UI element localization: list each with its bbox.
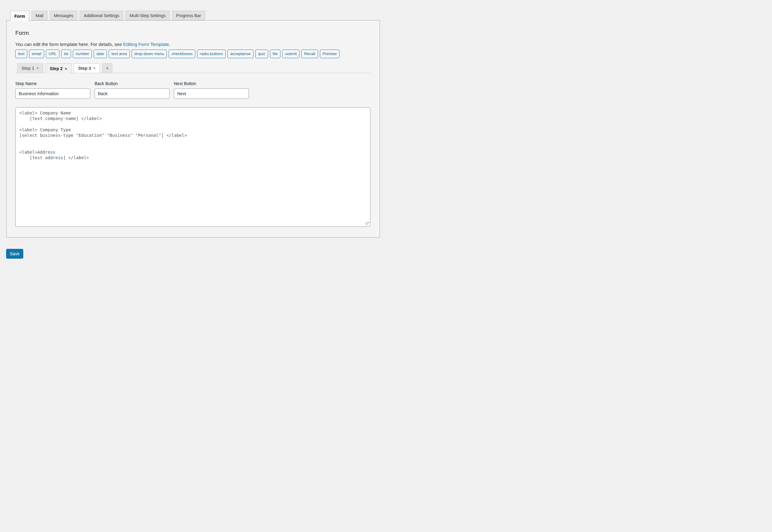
form-template-container: <label> Company Name [text company-name]… <box>15 107 370 227</box>
tag-button-drop-down-menu[interactable]: drop-down menu <box>132 50 167 58</box>
step-3-close-icon[interactable]: × <box>93 66 96 70</box>
tag-button-date[interactable]: date <box>94 50 107 58</box>
step-settings-row: Step Name Back Button Next Button <box>15 81 370 99</box>
tag-button-submit[interactable]: submit <box>282 50 299 58</box>
tag-button-email[interactable]: email <box>29 50 44 58</box>
tab-multi-step-settings[interactable]: Multi-Step Settings <box>126 11 170 20</box>
step-tab-bar: Step 1 × Step 2 × Step 3 × + <box>15 62 370 73</box>
textarea-resize-handle-icon[interactable] <box>365 222 369 226</box>
tag-button-text-area[interactable]: text area <box>109 50 130 58</box>
multistep-form-editor-screen: Form Mail Messages Additional Settings M… <box>0 11 386 266</box>
panel-title: Form <box>15 30 370 37</box>
step-tab-2[interactable]: Step 2 × <box>46 63 72 74</box>
step-2-close-icon[interactable]: × <box>65 66 67 71</box>
tag-button-url[interactable]: URL <box>46 50 59 58</box>
next-button-label: Next Button <box>174 81 249 86</box>
step-name-label: Step Name <box>15 81 90 86</box>
editing-form-template-link[interactable]: Editing Form Template <box>123 42 169 47</box>
panel-description: You can edit the form template here. For… <box>15 42 370 47</box>
tag-button-checkboxes[interactable]: checkboxes <box>169 50 195 58</box>
editor-tab-bar: Form Mail Messages Additional Settings M… <box>6 11 386 20</box>
step-tab-2-label: Step 2 <box>50 66 63 71</box>
step-tab-1-label: Step 1 <box>21 66 34 71</box>
save-button[interactable]: Save <box>6 249 23 259</box>
tag-button-recall[interactable]: Recall <box>301 50 318 58</box>
next-button-field-group: Next Button <box>174 81 249 99</box>
tab-messages[interactable]: Messages <box>50 11 77 20</box>
tag-button-tel[interactable]: tel <box>61 50 71 58</box>
form-panel: Form You can edit the form template here… <box>6 20 380 238</box>
tab-mail[interactable]: Mail <box>32 11 47 20</box>
form-template-editor[interactable]: <label> Company Name [text company-name]… <box>15 107 370 227</box>
tab-additional-settings[interactable]: Additional Settings <box>80 11 123 20</box>
tab-progress-bar[interactable]: Progress Bar <box>172 11 205 20</box>
step-tab-3-label: Step 3 <box>78 66 91 71</box>
back-button-input[interactable] <box>95 88 170 99</box>
description-period: . <box>169 42 170 47</box>
tag-button-radio-buttons[interactable]: radio buttons <box>197 50 226 58</box>
tag-button-preview[interactable]: Preview <box>320 50 339 58</box>
tag-generator-row: text email URL tel number date text area… <box>15 50 370 58</box>
back-button-label: Back Button <box>95 81 170 86</box>
description-text: You can edit the form template here. For… <box>15 42 123 47</box>
tab-form[interactable]: Form <box>10 11 29 21</box>
tag-button-acceptance[interactable]: acceptance <box>227 50 253 58</box>
tag-button-file[interactable]: file <box>270 50 281 58</box>
tag-button-text[interactable]: text <box>15 50 27 58</box>
tag-button-number[interactable]: number <box>73 50 92 58</box>
step-1-close-icon[interactable]: × <box>36 66 39 70</box>
step-tab-1[interactable]: Step 1 × <box>17 63 43 73</box>
back-button-field-group: Back Button <box>95 81 170 99</box>
step-tab-3[interactable]: Step 3 × <box>74 63 100 73</box>
add-step-button[interactable]: + <box>102 63 112 73</box>
step-name-field-group: Step Name <box>15 81 90 99</box>
next-button-input[interactable] <box>174 88 249 99</box>
tag-button-quiz[interactable]: quiz <box>255 50 268 58</box>
step-name-input[interactable] <box>15 88 90 99</box>
